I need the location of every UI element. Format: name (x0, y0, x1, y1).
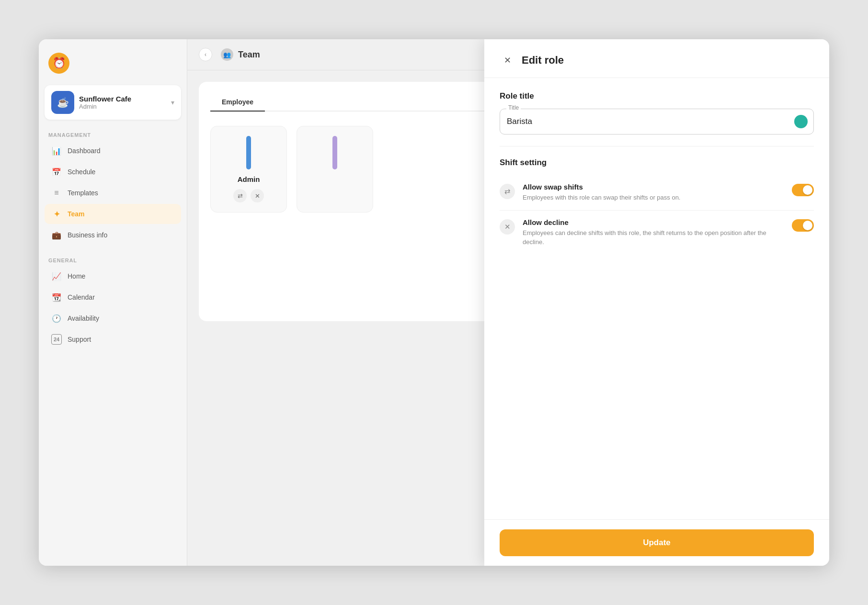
chevron-down-icon: ▾ (171, 99, 174, 106)
title-input-row (500, 109, 814, 134)
sidebar-item-home[interactable]: 📈 Home (45, 266, 181, 286)
collapse-icon: ‹ (205, 51, 206, 58)
sidebar-item-availability[interactable]: 🕐 Availability (45, 308, 181, 328)
panel-title: Edit role (522, 54, 564, 67)
role-card-name: Admin (238, 175, 260, 183)
title-input-group: Title (500, 109, 814, 134)
panel-header: ✕ Edit role (484, 39, 829, 78)
color-dot[interactable] (794, 115, 808, 128)
sidebar-item-calendar[interactable]: 📆 Calendar (45, 287, 181, 307)
role-delete-button[interactable]: ✕ (251, 189, 264, 202)
panel-divider (500, 146, 814, 146)
shift-setting-label: Shift setting (500, 158, 814, 168)
dashboard-icon: 📊 (51, 146, 62, 156)
schedule-icon: 📅 (51, 167, 62, 177)
page-title: Team (238, 50, 260, 60)
allow-swap-label: Allow swap shifts (523, 183, 784, 191)
role-title-section-label: Role title (500, 91, 814, 101)
allow-swap-text: Allow swap shifts Employees with this ro… (523, 183, 784, 202)
allow-decline-text: Allow decline Employees can decline shif… (523, 218, 784, 247)
business-info-icon: 💼 (51, 230, 62, 240)
team-icon: ✦ (51, 209, 62, 219)
app-logo: ⏰ (45, 49, 181, 78)
support-icon: 24 (51, 334, 62, 345)
general-section-label: GENERAL (45, 258, 181, 263)
workspace-name: Sunflower Cafe (79, 95, 131, 103)
update-button[interactable]: Update (500, 529, 814, 556)
sidebar-item-schedule[interactable]: 📅 Schedule (45, 162, 181, 182)
sidebar-item-label: Team (68, 210, 85, 218)
edit-role-panel: ✕ Edit role Role title Title (484, 39, 829, 566)
panel-close-button[interactable]: ✕ (500, 53, 515, 68)
sidebar-item-label: Dashboard (68, 147, 101, 155)
sidebar-item-label: Calendar (68, 293, 95, 301)
title-input[interactable] (500, 109, 794, 134)
collapse-sidebar-button[interactable]: ‹ (199, 48, 212, 61)
management-section-label: MANAGEMENT (45, 132, 181, 138)
home-icon: 📈 (51, 271, 62, 281)
sidebar-item-dashboard[interactable]: 📊 Dashboard (45, 141, 181, 161)
main-content: ‹ 👥 Team Employee Admin (187, 39, 829, 566)
templates-icon: ≡ (51, 188, 62, 198)
role-card-admin: Admin ⇄ ✕ (210, 126, 287, 213)
availability-icon: 🕐 (51, 313, 62, 324)
role-color-bar (246, 136, 251, 169)
role-edit-button[interactable]: ⇄ (233, 189, 247, 202)
sidebar: ⏰ ☕ Sunflower Cafe Admin ▾ MANAGEMENT 📊 … (39, 39, 187, 566)
allow-decline-desc: Employees can decline shifts with this r… (523, 228, 784, 247)
page-icon: 👥 (221, 48, 233, 61)
sidebar-item-team[interactable]: ✦ Team (45, 204, 181, 224)
sidebar-item-label: Availability (68, 314, 99, 322)
allow-decline-icon: ✕ (500, 219, 515, 235)
close-icon: ✕ (504, 55, 511, 66)
sidebar-item-templates[interactable]: ≡ Templates (45, 183, 181, 203)
role-color-bar (332, 136, 337, 169)
allow-decline-label: Allow decline (523, 218, 784, 226)
panel-footer: Update (484, 519, 829, 566)
sidebar-item-label: Schedule (68, 168, 95, 176)
sidebar-item-support[interactable]: 24 Support (45, 329, 181, 349)
panel-body: Role title Title Shift setting ⇄ (484, 78, 829, 519)
tab-employee[interactable]: Employee (210, 93, 265, 112)
calendar-icon: 📆 (51, 292, 62, 302)
allow-swap-desc: Employees with this role can swap their … (523, 193, 784, 202)
sidebar-item-label: Support (68, 336, 91, 343)
allow-swap-toggle[interactable] (792, 184, 814, 196)
workspace-info: Sunflower Cafe Admin (79, 95, 131, 110)
role-card-barista (297, 126, 373, 213)
app-logo-icon: ⏰ (48, 53, 69, 74)
sidebar-item-label: Home (68, 272, 85, 280)
sidebar-item-business-info[interactable]: 💼 Business info (45, 225, 181, 245)
role-card-actions: ⇄ ✕ (233, 189, 264, 202)
title-label: Title (506, 104, 521, 111)
allow-swap-setting-row: ⇄ Allow swap shifts Employees with this … (500, 175, 814, 211)
sidebar-item-label: Templates (68, 189, 98, 197)
allow-decline-setting-row: ✕ Allow decline Employees can decline sh… (500, 211, 814, 255)
workspace-header[interactable]: ☕ Sunflower Cafe Admin ▾ (45, 85, 181, 120)
avatar: ☕ (51, 91, 74, 114)
workspace-role: Admin (79, 103, 131, 110)
sidebar-item-label: Business info (68, 231, 107, 239)
swap-shifts-icon: ⇄ (500, 184, 515, 199)
shift-setting-section: Shift setting ⇄ Allow swap shifts Employ… (500, 158, 814, 255)
allow-decline-toggle[interactable] (792, 219, 814, 232)
